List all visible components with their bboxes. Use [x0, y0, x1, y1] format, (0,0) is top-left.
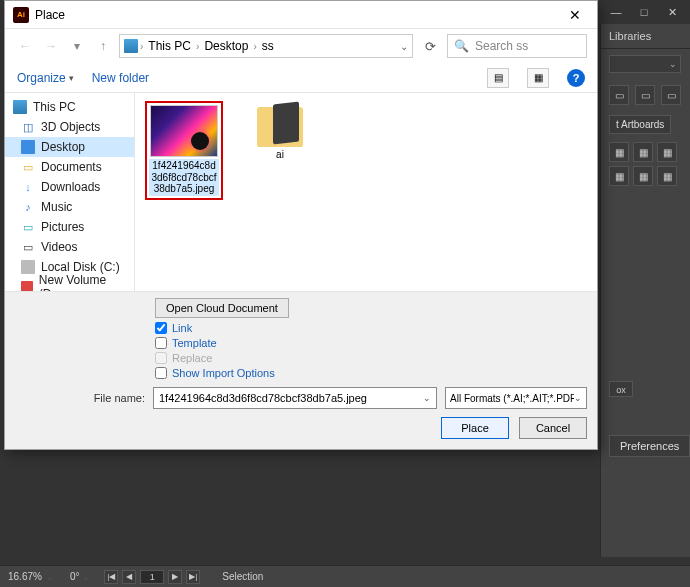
artboard-number[interactable]: 1 [140, 570, 164, 584]
dialog-buttons: Place Cancel [15, 417, 587, 439]
folder-tree-sidebar: This PC ◫3D Objects Desktop ▭Documents ↓… [5, 93, 135, 291]
volume-icon [21, 281, 33, 291]
filename-input[interactable]: 1f4241964c8d3d6f8cd78cbcf38db7a5.jpeg ⌄ [153, 387, 437, 409]
file-item-jpeg[interactable]: 1f4241964c8d3d6f8cd78cbcf38db7a5.jpeg [145, 101, 223, 200]
breadcrumb-desktop[interactable]: Desktop [201, 39, 251, 53]
organize-button[interactable]: Organize ▾ [17, 71, 74, 85]
sidebar-item-label: Music [41, 200, 72, 214]
dialog-title: Place [35, 8, 561, 22]
recent-dropdown-icon[interactable]: ▾ [67, 36, 87, 56]
align-icon-6[interactable]: ▦ [657, 166, 677, 186]
template-checkbox-input[interactable] [155, 337, 167, 349]
chevron-down-icon[interactable]: ⌄ [574, 393, 582, 403]
place-dialog: Ai Place ✕ ← → ▾ ↑ › This PC › Desktop ›… [4, 0, 598, 450]
chevron-down-icon[interactable]: ⌄ [423, 393, 431, 403]
template-checkbox[interactable]: Template [155, 337, 587, 349]
cancel-button[interactable]: Cancel [519, 417, 587, 439]
next-icon[interactable]: ▶ [168, 570, 182, 584]
show-import-options-checkbox[interactable]: Show Import Options [155, 367, 587, 379]
status-bar: 16.67%⌄ 0° ⌄ |◀ ◀ 1 ▶ ▶| Selection [0, 565, 690, 587]
panel-dropdown[interactable]: ⌄ [609, 55, 681, 73]
search-input[interactable]: 🔍 Search ss [447, 34, 587, 58]
panel-icon-b[interactable]: ▭ [635, 85, 655, 105]
replace-checkbox-input [155, 352, 167, 364]
file-name-label: 1f4241964c8d3d6f8cd78cbcf38db7a5.jpeg [149, 159, 219, 196]
zoom-display[interactable]: 16.67%⌄ [0, 571, 62, 582]
link-checkbox-input[interactable] [155, 322, 167, 334]
sidebar-item-videos[interactable]: ▭Videos [5, 237, 134, 257]
view-mode-button-2[interactable]: ▦ [527, 68, 549, 88]
music-icon: ♪ [21, 200, 35, 214]
address-bar[interactable]: › This PC › Desktop › ss ⌄ [119, 34, 413, 58]
dialog-body: This PC ◫3D Objects Desktop ▭Documents ↓… [5, 93, 597, 291]
close-icon[interactable]: ✕ [561, 4, 589, 26]
desktop-icon [21, 140, 35, 154]
disk-icon [21, 260, 35, 274]
sidebar-item-new-volume-d[interactable]: New Volume (D: [5, 277, 134, 291]
libraries-tab[interactable]: Libraries [601, 24, 690, 49]
new-folder-button[interactable]: New folder [92, 71, 149, 85]
file-list[interactable]: 1f4241964c8d3d6f8cd78cbcf38db7a5.jpeg ai [135, 93, 597, 291]
sidebar-item-this-pc[interactable]: This PC [5, 97, 134, 117]
sidebar-item-documents[interactable]: ▭Documents [5, 157, 134, 177]
last-icon[interactable]: ▶| [186, 570, 200, 584]
sidebar-item-desktop[interactable]: Desktop [5, 137, 134, 157]
organize-label: Organize [17, 71, 66, 85]
illustrator-app-icon: Ai [13, 7, 29, 23]
link-checkbox[interactable]: Link [155, 322, 587, 334]
open-cloud-document-button[interactable]: Open Cloud Document [155, 298, 289, 318]
filename-row: File name: 1f4241964c8d3d6f8cd78cbcf38db… [15, 387, 587, 409]
sidebar-item-label: Pictures [41, 220, 84, 234]
align-icon-1[interactable]: ▦ [609, 142, 629, 162]
sidebar-item-3d-objects[interactable]: ◫3D Objects [5, 117, 134, 137]
ox-field[interactable]: ox [609, 381, 633, 397]
cube-icon: ◫ [21, 120, 35, 134]
sidebar-item-pictures[interactable]: ▭Pictures [5, 217, 134, 237]
place-button[interactable]: Place [441, 417, 509, 439]
view-mode-button-1[interactable]: ▤ [487, 68, 509, 88]
panel-icon-a[interactable]: ▭ [609, 85, 629, 105]
artboards-button[interactable]: t Artboards [609, 115, 671, 134]
file-item-ai-folder[interactable]: ai [241, 101, 319, 160]
pictures-icon: ▭ [21, 220, 35, 234]
file-name-label: ai [276, 149, 284, 160]
window-minimize-icon[interactable]: — [604, 3, 628, 21]
checkbox-label: Replace [172, 352, 212, 364]
checkbox-label: Link [172, 322, 192, 334]
align-icon-5[interactable]: ▦ [633, 166, 653, 186]
prev-icon[interactable]: ◀ [122, 570, 136, 584]
up-button[interactable]: ↑ [93, 36, 113, 56]
image-thumbnail [150, 105, 218, 157]
dialog-titlebar: Ai Place ✕ [5, 1, 597, 29]
forward-button[interactable]: → [41, 36, 61, 56]
align-icon-3[interactable]: ▦ [657, 142, 677, 162]
checkbox-label: Show Import Options [172, 367, 275, 379]
sidebar-item-downloads[interactable]: ↓Downloads [5, 177, 134, 197]
zoom-value: 16.67% [8, 571, 42, 582]
checkbox-label: Template [172, 337, 217, 349]
file-format-select[interactable]: All Formats (*.AI;*.AIT;*.PDF;*.D ⌄ [445, 387, 587, 409]
rotation-value: 0° [70, 571, 80, 582]
help-icon[interactable]: ? [567, 69, 585, 87]
breadcrumb-ss[interactable]: ss [259, 39, 277, 53]
refresh-button[interactable]: ⟳ [419, 35, 441, 57]
first-icon[interactable]: |◀ [104, 570, 118, 584]
show-import-checkbox-input[interactable] [155, 367, 167, 379]
chevron-down-icon: ⌄ [82, 572, 90, 582]
sidebar-item-label: Documents [41, 160, 102, 174]
address-dropdown-icon[interactable]: ⌄ [400, 41, 408, 52]
chevron-down-icon: ⌄ [46, 572, 54, 582]
sidebar-item-label: Downloads [41, 180, 100, 194]
preferences-button[interactable]: Preferences [609, 435, 690, 457]
align-icon-2[interactable]: ▦ [633, 142, 653, 162]
window-maximize-icon[interactable]: □ [632, 3, 656, 21]
folder-icon [253, 101, 307, 147]
filename-value: 1f4241964c8d3d6f8cd78cbcf38db7a5.jpeg [159, 392, 367, 404]
window-close-icon[interactable]: ✕ [660, 3, 684, 21]
breadcrumb-this-pc[interactable]: This PC [145, 39, 194, 53]
back-button[interactable]: ← [15, 36, 35, 56]
align-icon-4[interactable]: ▦ [609, 166, 629, 186]
sidebar-item-music[interactable]: ♪Music [5, 197, 134, 217]
rotation-display[interactable]: 0° ⌄ [62, 571, 98, 582]
panel-icon-c[interactable]: ▭ [661, 85, 681, 105]
